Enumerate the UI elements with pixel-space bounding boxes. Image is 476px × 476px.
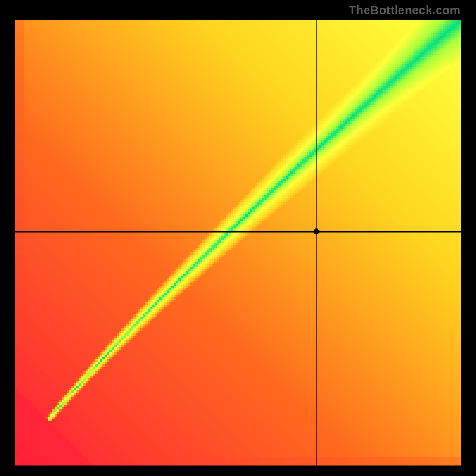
bottleneck-heatmap [14, 19, 462, 466]
watermark-text: TheBottleneck.com [349, 4, 461, 17]
chart-frame: TheBottleneck.com [0, 0, 476, 476]
plot-area [14, 19, 462, 466]
